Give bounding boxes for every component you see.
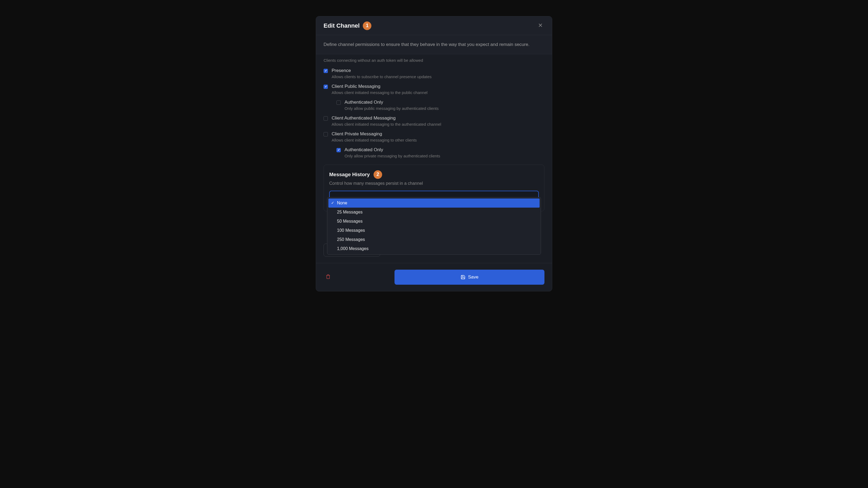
option-250[interactable]: 250 Messages (329, 235, 539, 244)
edit-channel-modal: Edit Channel 1 Define channel permission… (316, 16, 552, 291)
save-button[interactable]: Save (395, 270, 545, 285)
message-history-section: Message History 2 Control how many messa… (323, 165, 545, 212)
auth-msg-label: Client Authenticated Messaging (332, 116, 545, 121)
option-25[interactable]: 25 Messages (329, 207, 539, 217)
presence-content: Presence Allows clients to subscribe to … (332, 68, 545, 79)
public-msg-content: Client Public Messaging Allows client in… (332, 84, 545, 95)
option-1000[interactable]: 1,000 Messages (329, 244, 539, 253)
public-msg-desc: Allows client initiated messaging to the… (332, 90, 545, 95)
modal-content: Clients connecting without an auth token… (316, 58, 552, 257)
history-header: Message History 2 (329, 170, 539, 179)
public-msg-row: Client Public Messaging Allows client in… (323, 84, 545, 95)
trash-icon (326, 274, 331, 279)
private-msg-desc: Allows client initiated messaging to oth… (332, 138, 545, 142)
presence-checkbox[interactable] (323, 69, 328, 73)
close-button[interactable] (536, 21, 545, 30)
close-icon (537, 22, 544, 28)
header-left: Edit Channel 1 (323, 22, 371, 30)
public-auth-checkbox[interactable] (336, 100, 341, 105)
private-auth-content: Authenticated Only Only allow private me… (344, 147, 545, 158)
auth-msg-row: Client Authenticated Messaging Allows cl… (323, 116, 545, 127)
history-desc: Control how many messages persist in a c… (329, 181, 539, 186)
save-icon (461, 275, 465, 280)
private-auth-label: Authenticated Only (344, 147, 545, 153)
public-auth-desc: Only allow public messaging by authentic… (344, 106, 545, 111)
private-auth-checkbox[interactable] (336, 148, 341, 152)
modal-header: Edit Channel 1 (316, 17, 552, 35)
public-msg-label: Client Public Messaging (332, 84, 545, 89)
presence-label: Presence (332, 68, 545, 73)
history-dropdown: None 25 Messages 50 Messages 100 Message… (327, 197, 541, 255)
private-msg-row: Client Private Messaging Allows client i… (323, 131, 545, 142)
public-auth-label: Authenticated Only (344, 100, 545, 105)
private-auth-desc: Only allow private messaging by authenti… (344, 154, 545, 158)
public-auth-content: Authenticated Only Only allow public mes… (344, 100, 545, 111)
auth-msg-desc: Allows client initiated messaging to the… (332, 122, 545, 127)
save-btn-label: Save (468, 274, 478, 280)
auth-msg-content: Client Authenticated Messaging Allows cl… (332, 116, 545, 127)
history-select-wrapper: None 25 Messages 50 Messages 100 Message… (329, 191, 539, 206)
auth-msg-checkbox[interactable] (323, 116, 328, 121)
step-badge-1: 1 (363, 22, 371, 30)
presence-desc: Allows clients to subscribe to channel p… (332, 74, 545, 79)
private-auth-row: Authenticated Only Only allow private me… (336, 147, 545, 158)
private-msg-checkbox[interactable] (323, 132, 328, 136)
private-msg-label: Client Private Messaging (332, 131, 545, 137)
step-badge-2: 2 (374, 170, 382, 179)
auth-token-note: Clients connecting without an auth token… (323, 58, 545, 63)
modal-footer: Save (316, 263, 552, 291)
modal-title: Edit Channel (323, 22, 360, 29)
private-msg-content: Client Private Messaging Allows client i… (332, 131, 545, 142)
history-title: Message History (329, 172, 370, 177)
option-50[interactable]: 50 Messages (329, 217, 539, 226)
option-none[interactable]: None (329, 198, 539, 207)
delete-button[interactable] (323, 272, 333, 282)
modal-description: Define channel permissions to ensure tha… (316, 35, 552, 54)
option-100[interactable]: 100 Messages (329, 226, 539, 235)
public-auth-row: Authenticated Only Only allow public mes… (336, 100, 545, 111)
presence-row: Presence Allows clients to subscribe to … (323, 68, 545, 79)
public-msg-checkbox[interactable] (323, 85, 328, 89)
